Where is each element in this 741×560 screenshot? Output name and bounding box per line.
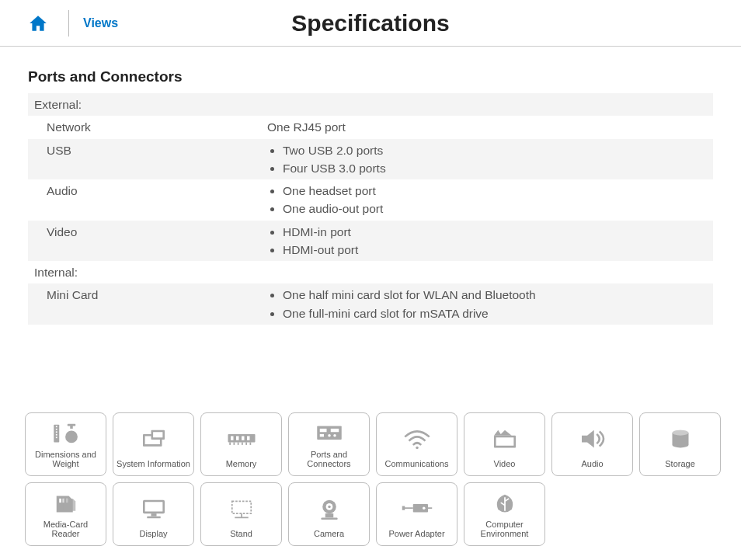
tile-dimensions-weight[interactable]: Dimensions and Weight	[25, 412, 106, 476]
system-info-icon	[137, 418, 170, 459]
svg-rect-18	[229, 442, 231, 445]
svg-point-49	[328, 505, 331, 508]
nav-tiles: Dimensions and Weight System Information…	[25, 412, 724, 546]
svg-rect-12	[153, 432, 162, 437]
tile-storage[interactable]: Storage	[639, 412, 721, 476]
svg-point-29	[333, 434, 336, 437]
group-heading-row: Internal:	[28, 261, 713, 283]
svg-rect-50	[325, 513, 333, 517]
tile-label: Video	[494, 459, 516, 469]
svg-rect-52	[412, 504, 427, 513]
spec-list-item: One audio-out port	[283, 200, 713, 217]
ports-icon	[313, 418, 346, 450]
tile-memory[interactable]: Memory	[200, 412, 282, 476]
spec-value: Two USB 2.0 ports Four USB 3.0 ports	[267, 141, 713, 178]
section-title: Ports and Connectors	[28, 68, 713, 85]
svg-point-28	[328, 434, 331, 437]
spec-row: Network One RJ45 port	[28, 116, 713, 138]
tile-computer-environment[interactable]: Computer Environment	[464, 482, 545, 546]
svg-point-6	[65, 431, 78, 443]
media-card-icon	[50, 488, 82, 520]
camera-icon	[313, 488, 346, 529]
views-link[interactable]: Views	[83, 16, 118, 30]
tile-stand[interactable]: Stand	[200, 482, 282, 546]
tile-label: Camera	[314, 529, 344, 539]
tile-label: Power Adapter	[388, 529, 444, 539]
tile-label: Memory	[226, 459, 257, 469]
spec-label: Mini Card	[34, 286, 267, 322]
tile-label: System Information	[117, 459, 190, 469]
svg-rect-21	[242, 442, 243, 445]
spec-value: One RJ45 port	[267, 118, 713, 136]
tile-label: Media-Card Reader	[29, 520, 103, 539]
svg-rect-5	[55, 437, 57, 439]
dimensions-icon	[50, 418, 82, 450]
power-adapter-icon	[401, 488, 433, 529]
group-heading: External:	[34, 96, 267, 113]
group-heading: Internal:	[34, 263, 267, 281]
tile-system-information[interactable]: System Information	[113, 412, 194, 476]
spec-row: USB Two USB 2.0 ports Four USB 3.0 ports	[28, 139, 713, 180]
spec-list-item: Four USB 3.0 ports	[283, 159, 713, 177]
spec-list-item: One full-mini card slot for mSATA drive	[283, 304, 713, 322]
tile-label: Dimensions and Weight	[29, 450, 103, 469]
svg-rect-51	[321, 517, 337, 520]
stand-icon	[225, 488, 258, 529]
svg-point-53	[423, 506, 426, 510]
spec-label: Audio	[34, 182, 267, 218]
tile-ports-connectors[interactable]: Ports and Connectors	[288, 412, 370, 476]
tile-video[interactable]: Video	[464, 412, 545, 476]
svg-rect-3	[55, 432, 57, 433]
tile-label: Communications	[385, 459, 449, 469]
tile-communications[interactable]: Communications	[376, 412, 457, 476]
audio-icon	[576, 418, 609, 459]
svg-rect-16	[242, 436, 245, 440]
spec-row: Mini Card One half mini card slot for WL…	[28, 283, 713, 325]
svg-rect-17	[247, 436, 250, 440]
spec-list-item: HDMI-in port	[283, 223, 713, 241]
tile-label: Storage	[665, 459, 695, 469]
svg-point-30	[416, 446, 419, 449]
svg-rect-27	[319, 434, 323, 437]
svg-rect-25	[319, 429, 326, 432]
tile-media-card-reader[interactable]: Media-Card Reader	[25, 482, 106, 546]
spec-row: Audio One headset port One audio-out por…	[28, 179, 713, 221]
tile-label: Display	[139, 529, 167, 539]
memory-icon	[225, 418, 258, 459]
tile-display[interactable]: Display	[113, 482, 194, 546]
svg-rect-43	[147, 516, 161, 518]
svg-rect-4	[55, 434, 57, 436]
environment-icon	[489, 488, 521, 520]
spec-row: Video HDMI-in port HDMI-out port	[28, 221, 713, 262]
spec-label: Video	[34, 223, 267, 259]
svg-rect-20	[237, 442, 238, 445]
spec-list-item: One headset port	[283, 182, 713, 200]
spec-value: HDMI-in port HDMI-out port	[267, 223, 713, 259]
tile-label: Audio	[581, 459, 603, 469]
svg-rect-8	[67, 424, 75, 426]
home-icon[interactable]	[28, 13, 48, 33]
spec-list-item: One half mini card slot for WLAN and Blu…	[283, 286, 713, 304]
svg-marker-32	[494, 430, 512, 435]
svg-rect-55	[402, 506, 405, 510]
spec-label: Network	[34, 118, 267, 136]
svg-rect-22	[245, 442, 247, 445]
tile-audio[interactable]: Audio	[551, 412, 633, 476]
tile-label: Stand	[230, 529, 252, 539]
svg-rect-33	[496, 437, 513, 446]
spec-value: One half mini card slot for WLAN and Blu…	[267, 286, 713, 322]
svg-rect-19	[233, 442, 235, 445]
svg-rect-26	[330, 429, 339, 432]
spec-label: USB	[34, 141, 267, 178]
svg-marker-34	[582, 430, 594, 447]
header-bar: Views Specifications	[0, 0, 741, 47]
group-heading-row: External:	[28, 93, 713, 116]
header-separator	[68, 10, 69, 37]
svg-rect-42	[151, 513, 156, 517]
spec-value: One headset port One audio-out port	[267, 182, 713, 218]
tile-camera[interactable]: Camera	[288, 482, 370, 546]
svg-point-36	[672, 430, 688, 435]
tile-power-adapter[interactable]: Power Adapter	[376, 482, 457, 546]
svg-rect-41	[144, 502, 162, 511]
tile-label: Computer Environment	[468, 520, 541, 539]
